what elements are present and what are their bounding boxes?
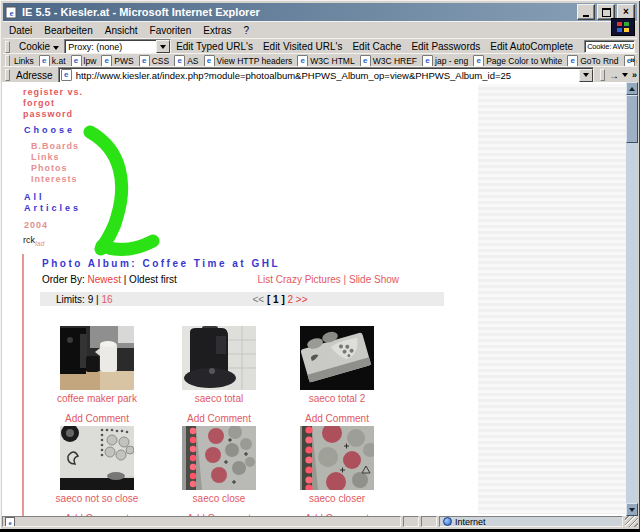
photo-thumbnail-saeco-close[interactable]: [182, 426, 256, 490]
toolbar-grip[interactable]: [5, 41, 10, 53]
sidebar-item-bboards[interactable]: B.Boards: [31, 141, 79, 151]
order-oldest-link[interactable]: Oldest first: [129, 274, 177, 285]
slide-show-link[interactable]: Slide Show: [349, 274, 399, 285]
photo-cell: saeco not so close Add Comment: [35, 426, 159, 516]
ie-page-icon: e: [297, 55, 308, 67]
address-dropdown-button[interactable]: [579, 69, 593, 82]
window-title: IE 5.5 - Kiesler.at - Microsoft Internet…: [22, 6, 575, 18]
link-jap-eng[interactable]: ejap - eng: [422, 55, 468, 67]
ie-page-icon: e: [360, 55, 371, 67]
album-left-border: [22, 254, 24, 516]
minimize-icon: [583, 15, 589, 17]
photo-thumbnail-saeco-total-2[interactable]: [300, 326, 374, 390]
menu-ansicht[interactable]: Ansicht: [99, 24, 144, 37]
order-by-label: Order By:: [42, 274, 85, 285]
pager-page-2-link[interactable]: 2: [288, 294, 294, 305]
proxy-select[interactable]: Proxy: (none): [64, 39, 171, 54]
links-label: Links: [14, 56, 39, 66]
menu-favoriten[interactable]: Favoriten: [144, 24, 198, 37]
limits-group: Limits: 9 | 16: [56, 294, 113, 305]
limit-9: 9: [88, 294, 94, 305]
go-button-zone: → »: [598, 69, 637, 81]
photo-caption[interactable]: saeco not so close: [56, 493, 139, 504]
menu-datei[interactable]: Datei: [3, 24, 38, 37]
sidebar-year-link[interactable]: 2004: [24, 220, 48, 230]
status-main-pane: e: [2, 516, 401, 527]
scroll-down-button[interactable]: [626, 503, 638, 516]
menu-bearbeiten[interactable]: Bearbeiten: [38, 24, 98, 37]
vertical-scrollbar[interactable]: [626, 82, 638, 516]
scroll-up-button[interactable]: [626, 82, 638, 95]
limit-16-link[interactable]: 16: [101, 294, 112, 305]
add-comment-link[interactable]: Add Comment: [187, 413, 251, 424]
link-page-color-to-white[interactable]: ePage Color to White: [473, 55, 562, 67]
sidebar-item-photos[interactable]: Photos: [31, 163, 68, 173]
photo-caption[interactable]: saeco total 2: [309, 393, 366, 404]
link-w3c-html[interactable]: eW3C HTML: [297, 55, 354, 67]
list-crazy-pictures-link[interactable]: List Crazy Pictures: [257, 274, 340, 285]
photo-caption[interactable]: coffee maker park: [57, 393, 137, 404]
choose-heading: Choose: [24, 125, 75, 135]
link-lpw[interactable]: elpw: [71, 55, 97, 67]
edit-autocomplete-button[interactable]: Edit AutoComplete: [485, 41, 578, 52]
link-kat[interactable]: ek.at: [39, 55, 66, 67]
photo-caption[interactable]: saeco total: [195, 393, 243, 404]
ie-document-icon: e: [5, 517, 15, 527]
link-as[interactable]: eAS: [174, 55, 198, 67]
proxy-dropdown-button[interactable]: [156, 40, 170, 53]
menu-help[interactable]: ?: [238, 24, 256, 37]
photo-caption[interactable]: saeco closer: [309, 493, 365, 504]
link-view-http-headers[interactable]: eView HTTP headers: [204, 55, 293, 67]
chevron-down-icon[interactable]: [622, 73, 628, 77]
toolbar-grip[interactable]: [5, 69, 10, 81]
link-pws[interactable]: ePWS: [101, 55, 133, 67]
ie-page-icon: e: [61, 69, 72, 81]
all-articles-heading-line1: All: [24, 192, 45, 202]
title-bar: e IE 5.5 - Kiesler.at - Microsoft Intern…: [3, 3, 637, 21]
photo-thumbnail-coffee-maker-park[interactable]: [60, 326, 134, 390]
photo-thumbnail-saeco-total[interactable]: [182, 326, 256, 390]
status-bar: e Internet: [2, 516, 638, 529]
add-comment-link[interactable]: Add Comment: [305, 413, 369, 424]
pager-next[interactable]: >>: [296, 294, 308, 305]
toolbar-grip[interactable]: [5, 55, 10, 67]
edit-passwords-button[interactable]: Edit Passwords: [406, 41, 485, 52]
proxy-value: Proxy: (none): [68, 42, 122, 52]
cookie-menu-button[interactable]: Cookie: [14, 41, 64, 52]
order-newest-link[interactable]: Newest: [88, 274, 121, 285]
cookie-value-field[interactable]: Cookie: AWSUSER_ID=awsuser_id10971391872…: [584, 40, 635, 53]
forgot-link[interactable]: forgot: [23, 98, 55, 108]
register-link[interactable]: register vs.: [23, 87, 83, 97]
edit-cache-button[interactable]: Edit Cache: [347, 41, 406, 52]
edit-visited-urls-button[interactable]: Edit Visited URL's: [258, 41, 348, 52]
scrollbar-thumb[interactable]: [626, 95, 638, 143]
menu-extras[interactable]: Extras: [197, 24, 237, 37]
photo-cell: saeco close Add Comment: [157, 426, 281, 516]
address-url[interactable]: http://www.kiesler.at/index.php?module=p…: [74, 70, 579, 81]
photo-cell: saeco total Add Comment: [157, 326, 281, 424]
link-w3c-href[interactable]: eW3C HREF: [360, 55, 417, 67]
links-overflow-chevron[interactable]: »: [630, 55, 635, 65]
go-arrow-icon[interactable]: →: [609, 70, 619, 81]
add-comment-link[interactable]: Add Comment: [65, 413, 129, 424]
ie-page-icon: e: [422, 55, 433, 67]
toolbar-grip[interactable]: [600, 69, 605, 81]
resize-grip[interactable]: [625, 516, 638, 527]
sidebar-item-links[interactable]: Links: [31, 152, 60, 162]
photo-caption[interactable]: saeco close: [193, 493, 246, 504]
photo-thumbnail-saeco-not-so-close[interactable]: [60, 426, 134, 490]
link-goto-rnd[interactable]: eGoTo Rnd: [567, 55, 618, 67]
address-overflow-chevron[interactable]: »: [632, 70, 637, 80]
minimize-button[interactable]: [577, 4, 595, 20]
edit-typed-urls-button[interactable]: Edit Typed URL's: [171, 41, 258, 52]
link-css[interactable]: eCSS: [139, 55, 169, 67]
pager: << [ 1 ] 2 >>: [220, 294, 340, 305]
photo-thumbnail-saeco-closer[interactable]: [300, 426, 374, 490]
links-toolbar: Links ek.at elpw ePWS eCSS eAS eView HTT…: [3, 53, 637, 67]
signature-text: rcklad: [23, 235, 44, 247]
sidebar-item-interests[interactable]: Interests: [31, 174, 78, 184]
address-field[interactable]: e http://www.kiesler.at/index.php?module…: [58, 67, 594, 83]
ie-page-icon: e: [101, 55, 112, 67]
password-link[interactable]: password: [23, 109, 73, 119]
pager-prev[interactable]: <<: [252, 294, 264, 305]
